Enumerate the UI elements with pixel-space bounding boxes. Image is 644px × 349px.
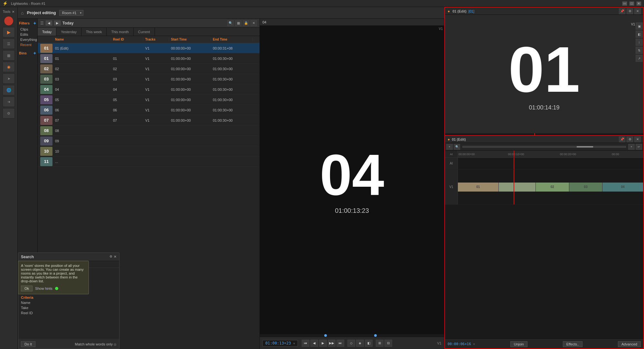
tool-btn-5[interactable]: ➤ [3,73,15,84]
zoom-slider[interactable] [462,146,626,148]
table-row[interactable]: 070707V101:00:00+0001:00:30+00 [38,115,260,126]
mark-clip-btn[interactable]: ◧ [365,340,373,347]
filters-label: Filters [19,21,30,25]
edit-zoom-left-btn[interactable]: ↩ [636,144,642,150]
sidebar-item-clips[interactable]: Clips [19,27,36,32]
logs-search-btn[interactable]: 🔍 [227,20,234,26]
timeline-clip-03[interactable]: 03 [569,183,603,192]
close-btn[interactable]: ✕ [636,1,641,6]
logs-close-btn[interactable]: ✕ [251,20,257,26]
timecode-dropdown-icon[interactable]: ▼ [293,342,295,345]
monitor-controls: 📌 ⚙ ✕ [619,8,641,14]
monitor-icon-5[interactable]: ↗ [636,55,643,62]
sidebar-item-edits[interactable]: Edits [19,32,36,37]
logs-grid-btn[interactable]: ▦ [235,20,242,26]
monitor-close-btn[interactable]: ✕ [634,8,641,14]
tab-yesterday[interactable]: Yesterday [56,28,81,36]
tab-today[interactable]: Today [38,28,56,36]
tool-btn-7[interactable]: ➜ [3,97,15,107]
effects-btn[interactable]: Effects.. [563,341,583,347]
tool-btn-3[interactable]: ▦ [3,50,15,61]
edit-add-track-btn[interactable]: + [446,144,453,150]
table-row[interactable]: 0909 [38,136,260,146]
sidebar-item-everything[interactable]: Everything [19,37,36,42]
tab-this-month[interactable]: This month [107,28,133,36]
maximize-btn[interactable]: □ [629,1,634,6]
tools-close-icon[interactable]: ✕ [12,10,14,14]
cell-reel_id: 07 [111,118,143,122]
monitor-icon-4[interactable]: ⇅ [636,47,643,54]
timeline-clip-01[interactable]: 01 [458,183,499,192]
insert-btn[interactable]: ⊞ [376,340,384,347]
edit-pin-btn[interactable]: 📌 [619,137,625,142]
tool-btn-2[interactable]: ☰ [3,39,15,49]
search-settings-icon[interactable]: ⚙ [109,255,112,259]
tool-btn-1[interactable]: ▶ [3,27,15,37]
monitor-settings-btn[interactable]: ⚙ [627,8,633,14]
logs-menu-icon[interactable]: ☰ [40,21,44,25]
edit-zoom-out-btn[interactable]: 🔍 [454,144,460,150]
record-btn[interactable] [4,16,14,26]
overwrite-btn[interactable]: ⊟ [384,340,392,347]
table-row[interactable]: 11... [38,156,260,167]
ruler-mark-3: 00:00 [612,153,619,156]
play-btn[interactable]: ▶ [319,340,327,347]
table-row[interactable]: 010101V101:00:00+0001:00:30+00 [38,53,260,64]
to-start-btn[interactable]: ⏮ [302,340,309,347]
unjoin-btn[interactable]: Unjoin [510,341,527,347]
edit-settings-btn[interactable]: ⚙ [627,137,633,142]
edit-close-btn[interactable]: ✕ [634,137,641,142]
logs-back-btn[interactable]: ◀ [46,21,52,25]
timeline-clip-02a[interactable] [499,183,536,192]
monitor-icon-1[interactable]: ▣ [636,23,643,30]
table-row[interactable]: 0101 (Edit)V100:00:00+0000:00:31+08 [38,43,260,53]
do-it-btn[interactable]: Do It [21,341,35,347]
table-row[interactable]: 030303V101:00:00+0001:00:30+00 [38,74,260,84]
tool-btn-8[interactable]: ⚙ [3,108,15,118]
table-row[interactable]: 0808 [38,126,260,136]
timeline-clip-04[interactable]: 04 [602,183,643,192]
col-end-time: End Time [211,38,253,41]
tab-current[interactable]: Current [134,28,155,36]
cell-reel_id: 06 [111,108,143,112]
table-row[interactable]: 050505V101:00:00+0001:00:30+00 [38,95,260,105]
fwd-btn[interactable]: ▶▶ [328,340,336,347]
ai-playhead [514,158,514,169]
logs-lock-btn[interactable]: 🔒 [243,20,249,26]
clip-thumbnail: 06 [38,105,53,115]
mark-out-btn[interactable]: ◈ [356,340,364,347]
tool-btn-6[interactable]: 🌐 [3,85,15,95]
monitor-icon-2[interactable]: ◧ [636,31,643,38]
table-row[interactable]: 1010 [38,146,260,156]
monitor-edit-label: [01] [469,9,474,13]
footer-timecode-dropdown[interactable]: ▼ [473,343,475,346]
tooltip-ok-btn[interactable]: Ok [21,286,33,291]
monitor-icon-3[interactable]: ↕ [636,39,643,46]
match-radio-icon[interactable]: ◎ [114,343,117,346]
minimize-btn[interactable]: — [622,1,627,6]
edit-zoom-in-btn[interactable]: + [628,144,635,150]
sidebar-item-recent[interactable]: Recent [19,42,36,47]
tab-this-week[interactable]: This week [81,28,107,36]
home-btn[interactable]: ⌂ [21,10,24,15]
table-row[interactable]: 040404V101:00:00+0001:00:30+00 [38,84,260,95]
mark-in-btn[interactable]: ◇ [347,340,355,347]
edit-header: ● 01 (Edit) 📌 ⚙ ✕ [445,136,643,143]
to-end-btn[interactable]: ⏭ [336,340,344,347]
logs-fwd-btn[interactable]: ▶ [54,21,61,25]
monitor-timecode: 01:00:14:19 [529,104,559,111]
add-bin-btn[interactable]: + [33,51,36,56]
advanced-btn[interactable]: Advanced [618,341,641,347]
tool-btn-4[interactable]: ◉ [3,62,15,72]
timeline-clip-02b[interactable]: 02 [536,183,569,192]
clip-thumbnail: 05 [38,95,53,105]
table-row[interactable]: 020202V101:00:00+0001:00:30+00 [38,64,260,74]
search-close-btn[interactable]: ✕ [114,255,117,259]
monitor-pin-btn[interactable]: 📌 [619,8,625,14]
add-filter-btn[interactable]: + [33,21,36,26]
transport-timecode: 01:00:13+23 ▼ [262,340,298,346]
back-btn[interactable]: ◀ [310,340,318,347]
room-selector[interactable]: Room #1 [59,10,83,16]
table-row[interactable]: 060606V101:00:00+0001:00:30+00 [38,105,260,115]
cell-reel_id: 03 [111,77,143,81]
